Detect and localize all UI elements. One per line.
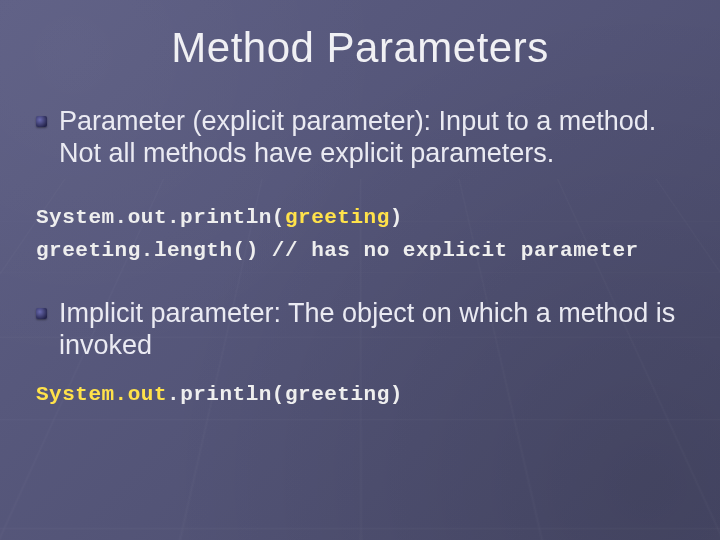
bullet-text: Parameter (explicit parameter): Input to… <box>59 106 684 170</box>
code-line-2: greeting.length() // has no explicit par… <box>36 239 684 262</box>
code-text: ) <box>390 206 403 229</box>
code-line-1: System.out.println(greeting) <box>36 206 684 229</box>
slide: Method Parameters Parameter (explicit pa… <box>0 0 720 540</box>
code-highlight: System.out <box>36 383 167 406</box>
code-text: greeting.length() // has no explicit par… <box>36 239 639 262</box>
code-line-3: System.out.println(greeting) <box>36 383 684 406</box>
code-text: System.out.println( <box>36 206 285 229</box>
bullet-text: Implicit parameter: The object on which … <box>59 298 684 362</box>
bullet-item: Implicit parameter: The object on which … <box>36 298 684 362</box>
bullet-icon <box>36 308 47 319</box>
bullet-icon <box>36 116 47 127</box>
slide-title: Method Parameters <box>36 24 684 72</box>
code-text: .println(greeting) <box>167 383 403 406</box>
code-highlight: greeting <box>285 206 390 229</box>
bullet-item: Parameter (explicit parameter): Input to… <box>36 106 684 170</box>
